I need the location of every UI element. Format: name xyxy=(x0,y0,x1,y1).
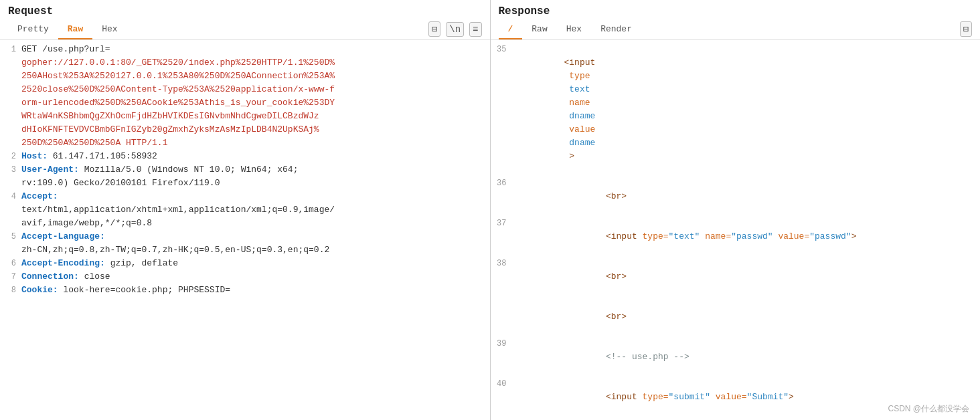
response-panel: Response / Raw Hex Render ⊟ 35 <input ty… xyxy=(491,0,981,420)
line-number: 41 xyxy=(493,417,512,420)
tab-raw[interactable]: Raw xyxy=(522,21,556,39)
line-number: 4 xyxy=(3,190,21,203)
line-content: <input type text name dname value dname … xyxy=(512,43,978,177)
line-number: 8 xyxy=(3,284,21,297)
response-title: Response xyxy=(499,5,973,17)
line-content: GET /use.php?url= xyxy=(21,43,487,56)
line-number: 2 xyxy=(3,150,21,163)
request-body: 1 GET /use.php?url= gopher://127.0.0.1:8… xyxy=(0,40,490,420)
line-content: <br> xyxy=(512,177,978,217)
line-content-url: gopher://127.0.0.1:80/_GET%2520/index.ph… xyxy=(21,56,487,150)
line-content: <input type="text" name="passwd" value="… xyxy=(512,217,978,257)
line-content: Accept-Encoding: gzip, deflate xyxy=(21,257,487,270)
tab-hex[interactable]: Hex xyxy=(557,21,591,39)
request-line-2: 2 Host: 61.147.171.105:58932 xyxy=(0,150,490,163)
line-content: </form> xyxy=(512,417,978,420)
request-panel: Request Pretty Raw Hex ⊟ \n ≡ 1 GET /use… xyxy=(0,0,491,420)
response-tabs-row: / Raw Hex Render ⊟ xyxy=(499,21,973,39)
tab-render[interactable]: Render xyxy=(591,21,641,39)
line-number: 6 xyxy=(3,257,21,270)
response-line-39: 39 <!-- use.php --> xyxy=(491,337,981,377)
line-content: <br> xyxy=(512,297,978,337)
line-content: Cookie: look-here=cookie.php; PHPSESSID= xyxy=(21,284,487,297)
response-line-38b: <br> xyxy=(491,297,981,337)
response-tab-icons: ⊟ xyxy=(960,21,972,39)
line-number: 37 xyxy=(493,217,512,230)
menu-icon[interactable]: ≡ xyxy=(469,22,481,37)
tab-pretty[interactable]: Pretty xyxy=(8,21,58,39)
line-number: 35 xyxy=(493,43,512,56)
tab-raw[interactable]: Raw xyxy=(58,21,92,39)
response-line-37: 37 <input type="text" name="passwd" valu… xyxy=(491,217,981,257)
line-content: Accept: text/html,application/xhtml+xml,… xyxy=(21,190,487,230)
response-line-38: 38 <br> xyxy=(491,257,981,297)
request-line-3: 3 User-Agent: Mozilla/5.0 (Windows NT 10… xyxy=(0,163,490,190)
copy-icon[interactable]: ⊟ xyxy=(428,21,440,37)
line-number: 36 xyxy=(493,177,512,190)
save-icon[interactable]: ⊟ xyxy=(960,21,972,37)
line-number: 3 xyxy=(3,163,21,177)
request-line-7: 7 Connection: close xyxy=(0,270,490,284)
request-line-1-cont: gopher://127.0.0.1:80/_GET%2520/index.ph… xyxy=(0,56,490,150)
request-title: Request xyxy=(8,5,482,17)
newline-icon[interactable]: \n xyxy=(446,22,464,37)
request-line-6: 6 Accept-Encoding: gzip, deflate xyxy=(0,257,490,270)
request-line-5: 5 Accept-Language: zh-CN,zh;q=0.8,zh-TW;… xyxy=(0,230,490,257)
line-number: 40 xyxy=(493,377,512,391)
tab-slash[interactable]: / xyxy=(499,21,523,39)
response-line-41: 41 </form> xyxy=(491,417,981,420)
response-line-36: 36 <br> xyxy=(491,177,981,217)
line-number: 1 xyxy=(3,43,21,56)
line-number: 5 xyxy=(3,230,21,243)
response-line-35: 35 <input type text name dname value dna… xyxy=(491,43,981,177)
line-number: 38 xyxy=(493,257,512,270)
response-header: Response / Raw Hex Render ⊟ xyxy=(491,0,981,40)
line-content: Accept-Language: zh-CN,zh;q=0.8,zh-TW;q=… xyxy=(21,230,487,257)
line-number: 7 xyxy=(3,270,21,284)
tab-hex[interactable]: Hex xyxy=(92,21,127,39)
request-line-4: 4 Accept: text/html,application/xhtml+xm… xyxy=(0,190,490,230)
request-tabs-row: Pretty Raw Hex ⊟ \n ≡ xyxy=(8,21,482,39)
line-content: Connection: close xyxy=(21,270,487,284)
request-header: Request Pretty Raw Hex ⊟ \n ≡ xyxy=(0,0,490,40)
watermark: CSDN @什么都没学会 xyxy=(888,403,969,415)
request-tab-icons: ⊟ \n ≡ xyxy=(428,21,482,39)
request-line-1: 1 GET /use.php?url= xyxy=(0,43,490,56)
line-content: <br> xyxy=(512,257,978,297)
line-content: Host: 61.147.171.105:58932 xyxy=(21,150,487,163)
line-content: User-Agent: Mozilla/5.0 (Windows NT 10.0… xyxy=(21,163,487,190)
line-number: 39 xyxy=(493,337,512,350)
line-content: <!-- use.php --> xyxy=(512,337,978,377)
request-line-8: 8 Cookie: look-here=cookie.php; PHPSESSI… xyxy=(0,284,490,297)
response-body: 35 <input type text name dname value dna… xyxy=(491,40,981,420)
